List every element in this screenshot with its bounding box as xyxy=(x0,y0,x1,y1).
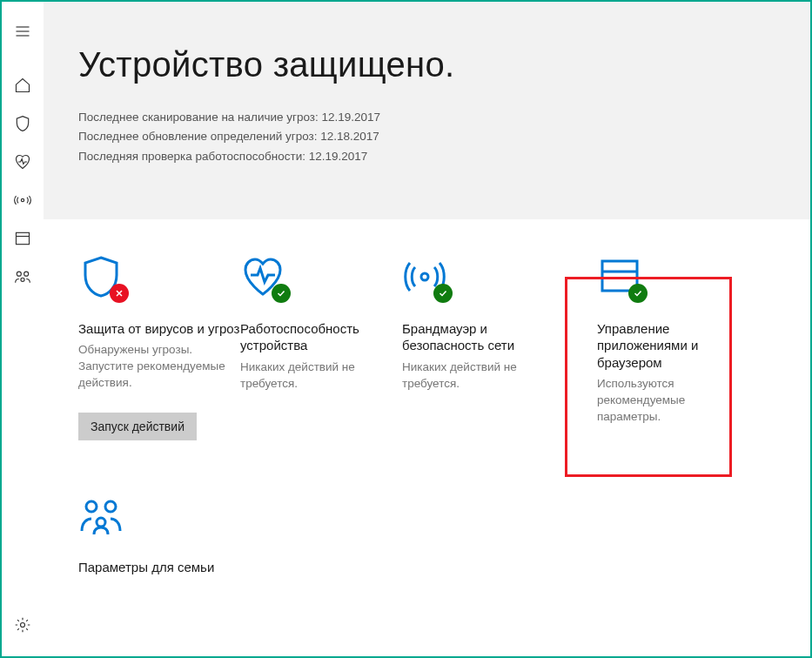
tile-firewall[interactable]: Брандмауэр и безопасность сети Никаких д… xyxy=(402,254,564,440)
network-icon xyxy=(14,191,31,209)
run-actions-button[interactable]: Запуск действий xyxy=(78,413,197,440)
heart-pulse-icon xyxy=(14,153,31,171)
family-icon xyxy=(78,493,124,538)
tile-device-health[interactable]: Работоспособность устройства Никаких дей… xyxy=(240,254,402,440)
svg-point-12 xyxy=(421,273,428,280)
shield-icon xyxy=(14,115,31,132)
tile-title: Параметры для семьи xyxy=(78,559,214,576)
check-icon xyxy=(633,288,643,299)
tile-icon-firewall xyxy=(402,254,447,299)
menu-button[interactable] xyxy=(2,12,44,50)
tile-app-browser[interactable]: Управление приложениями и браузером Испо… xyxy=(564,254,726,440)
ok-badge xyxy=(433,284,453,303)
sidebar-item-family[interactable] xyxy=(2,258,44,296)
sidebar-item-settings[interactable] xyxy=(2,606,44,644)
check-icon xyxy=(438,288,448,299)
tiles-grid: Защита от вирусов и угроз Обнаружены угр… xyxy=(44,219,810,581)
tile-icon-app xyxy=(597,254,642,299)
svg-point-6 xyxy=(17,272,21,276)
svg-point-16 xyxy=(105,501,116,512)
family-icon xyxy=(14,268,31,285)
tile-icon-virus xyxy=(78,254,124,299)
sidebar-item-app-browser[interactable] xyxy=(2,219,44,258)
window-icon xyxy=(14,230,31,247)
status-last-defs: Последнее обновление определений угроз: … xyxy=(78,128,775,145)
tile-title: Работоспособность устройства xyxy=(240,320,402,354)
sidebar-item-virus[interactable] xyxy=(2,104,44,143)
status-last-scan: Последнее сканирование на наличие угроз:… xyxy=(78,109,775,126)
tile-desc: Никаких действий не требуется. xyxy=(240,359,402,393)
tile-virus-protection[interactable]: Защита от вирусов и угроз Обнаружены угр… xyxy=(78,254,240,440)
tile-desc: Никаких действий не требуется. xyxy=(402,359,564,393)
hamburger-icon xyxy=(14,23,31,40)
page-title: Устройство защищено. xyxy=(78,45,775,84)
sidebar xyxy=(2,2,44,656)
status-lines: Последнее сканирование на наличие угроз:… xyxy=(78,109,775,165)
svg-point-8 xyxy=(21,278,24,281)
header: Устройство защищено. Последнее сканирова… xyxy=(44,2,810,219)
sidebar-item-health[interactable] xyxy=(2,143,44,181)
tile-title: Защита от вирусов и угроз xyxy=(78,320,239,338)
x-icon xyxy=(114,288,124,299)
svg-point-9 xyxy=(21,623,25,628)
main-content: Устройство защищено. Последнее сканирова… xyxy=(44,2,810,656)
error-badge xyxy=(110,284,129,303)
tile-desc: Используются рекомендуемые параметры. xyxy=(597,376,726,426)
tile-desc: Обнаружены угрозы. Запустите рекомендуем… xyxy=(78,342,240,392)
sidebar-item-firewall[interactable] xyxy=(2,181,44,219)
svg-point-3 xyxy=(21,198,23,201)
sidebar-item-home[interactable] xyxy=(2,66,44,104)
tile-title: Управление приложениями и браузером xyxy=(597,320,726,372)
tile-icon-family xyxy=(78,493,124,538)
svg-point-15 xyxy=(86,501,97,512)
svg-rect-4 xyxy=(17,232,30,244)
svg-point-17 xyxy=(97,518,105,527)
svg-point-7 xyxy=(24,272,29,276)
home-icon xyxy=(14,77,31,94)
status-last-health: Последняя проверка работоспособности: 12… xyxy=(78,148,775,165)
gear-icon xyxy=(14,616,31,634)
tile-family[interactable]: Параметры для семьи xyxy=(78,493,240,581)
ok-badge xyxy=(628,284,648,303)
tile-title: Брандмауэр и безопасность сети xyxy=(402,320,564,354)
tile-icon-health xyxy=(240,254,285,299)
ok-badge xyxy=(272,284,291,303)
check-icon xyxy=(276,288,286,299)
